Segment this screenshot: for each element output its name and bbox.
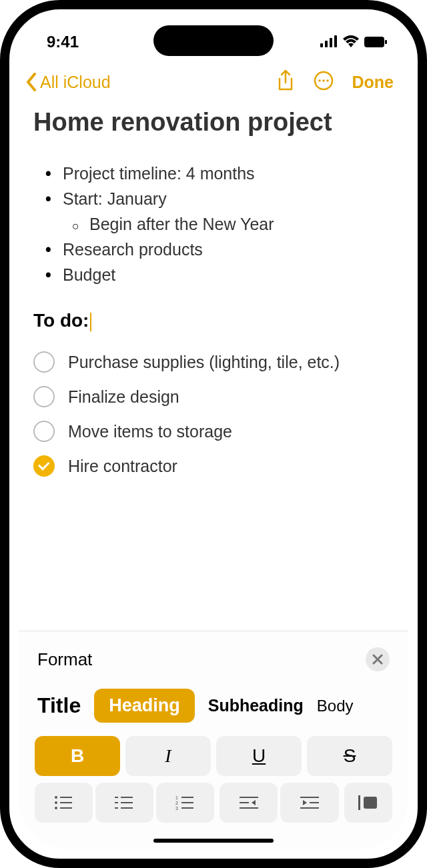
svg-rect-33 — [310, 802, 319, 803]
device-frame: 9:41 All iCloud Done — [0, 0, 427, 868]
status-time: 9:41 — [47, 33, 79, 51]
style-body-button[interactable]: Body — [317, 697, 354, 715]
note-content[interactable]: Home renovation project Project timeline… — [9, 101, 418, 483]
svg-rect-2 — [330, 38, 332, 47]
svg-rect-28 — [240, 797, 258, 798]
svg-rect-5 — [385, 40, 387, 44]
svg-text:1: 1 — [175, 795, 178, 800]
svg-rect-21 — [121, 807, 133, 809]
svg-rect-18 — [115, 802, 118, 803]
checkbox[interactable] — [33, 351, 55, 373]
done-button[interactable]: Done — [352, 73, 394, 92]
italic-button[interactable]: I — [125, 736, 211, 776]
nav-bar: All iCloud Done — [9, 56, 418, 101]
checklist: Purchase supplies (lighting, tile, etc.)… — [33, 345, 394, 483]
svg-rect-27 — [181, 807, 193, 809]
bullet-item: Start: January — [45, 186, 394, 211]
checklist-item: Move items to storage — [33, 414, 394, 449]
svg-rect-1 — [325, 41, 328, 47]
home-indicator[interactable] — [153, 839, 274, 843]
svg-rect-19 — [121, 802, 133, 803]
svg-rect-23 — [181, 797, 193, 798]
svg-rect-30 — [240, 802, 249, 803]
bullet-item: Budget — [45, 262, 394, 287]
checklist-label: Finalize design — [68, 387, 179, 407]
checklist-item: Purchase supplies (lighting, tile, etc.) — [33, 345, 394, 379]
svg-rect-15 — [60, 807, 72, 809]
svg-rect-11 — [60, 797, 72, 798]
svg-rect-35 — [364, 797, 377, 809]
outdent-button[interactable] — [220, 783, 278, 823]
checklist-item: Finalize design — [33, 379, 394, 414]
svg-rect-34 — [358, 795, 360, 810]
heading-text: To do: — [33, 310, 89, 331]
svg-rect-0 — [320, 43, 323, 47]
numbered-list-button[interactable]: 123 — [156, 783, 214, 823]
checkbox[interactable] — [33, 455, 55, 477]
numbered-list-icon: 123 — [175, 795, 194, 810]
svg-rect-17 — [121, 797, 133, 798]
close-format-button[interactable] — [366, 647, 390, 671]
dash-list-icon — [115, 795, 133, 810]
svg-rect-31 — [300, 797, 319, 798]
bullet-item: Project timeline: 4 months — [45, 161, 394, 186]
svg-rect-16 — [115, 797, 118, 798]
bullet-item: Begin after the New Year — [45, 211, 394, 237]
checkbox[interactable] — [33, 386, 55, 407]
svg-text:3: 3 — [175, 806, 178, 810]
dash-list-button[interactable] — [95, 783, 153, 823]
checklist-label: Purchase supplies (lighting, tile, etc.) — [68, 353, 340, 372]
bullet-item: Research products — [45, 237, 394, 262]
svg-rect-3 — [334, 35, 337, 47]
note-title: Home renovation project — [33, 108, 394, 137]
underline-button[interactable]: U — [216, 736, 302, 776]
svg-point-10 — [55, 796, 57, 799]
checklist-label: Hire contractor — [68, 457, 177, 476]
style-row: Title Heading Subheading Body — [32, 689, 395, 736]
back-button[interactable]: All iCloud — [25, 73, 111, 92]
svg-point-9 — [326, 79, 329, 82]
svg-point-12 — [55, 801, 57, 804]
more-button[interactable] — [314, 71, 334, 93]
battery-icon — [364, 33, 387, 51]
style-title-button[interactable]: Title — [37, 693, 81, 718]
bullet-list-icon — [54, 795, 73, 810]
bold-button[interactable]: B — [35, 736, 120, 776]
indent-button[interactable] — [280, 783, 339, 823]
style-subheading-button[interactable]: Subheading — [208, 696, 304, 715]
checklist-label: Move items to storage — [68, 422, 232, 441]
svg-rect-32 — [300, 807, 319, 809]
section-heading: To do: — [33, 310, 91, 331]
checkbox[interactable] — [33, 421, 55, 442]
format-label: Format — [37, 649, 92, 670]
indent-icon — [300, 795, 319, 810]
share-button[interactable] — [276, 69, 295, 95]
svg-rect-25 — [181, 802, 193, 803]
checklist-item: Hire contractor — [33, 449, 394, 483]
svg-rect-13 — [60, 802, 72, 803]
chevron-left-icon — [25, 73, 37, 91]
bullet-list-button[interactable] — [35, 783, 93, 823]
svg-rect-29 — [240, 807, 258, 809]
text-cursor — [90, 313, 91, 331]
notch — [153, 25, 274, 56]
block-quote-button[interactable] — [344, 783, 392, 823]
back-label: All iCloud — [40, 73, 111, 92]
svg-text:2: 2 — [175, 801, 178, 805]
svg-rect-20 — [115, 807, 118, 809]
style-heading-button[interactable]: Heading — [94, 689, 195, 723]
wifi-icon — [343, 33, 359, 51]
block-quote-icon — [358, 794, 378, 811]
svg-point-8 — [322, 79, 325, 82]
side-button — [0, 167, 1, 197]
svg-point-7 — [318, 79, 321, 82]
volume-up-button — [0, 220, 1, 280]
outdent-icon — [240, 795, 258, 810]
svg-rect-4 — [364, 37, 384, 47]
strikethrough-button[interactable]: S — [307, 736, 392, 776]
bullet-list: Project timeline: 4 monthsStart: January… — [33, 161, 394, 287]
close-icon — [372, 654, 383, 665]
format-panel: Format Title Heading Subheading Body B I… — [19, 631, 408, 849]
svg-point-14 — [55, 807, 57, 809]
cellular-icon — [320, 33, 338, 51]
